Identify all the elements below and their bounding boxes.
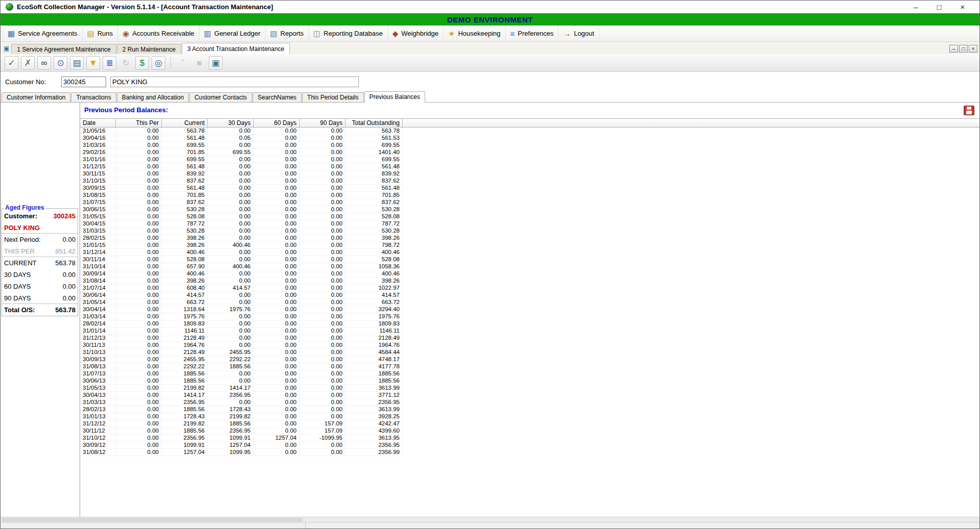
table-row[interactable]: 31/01/16 0.00 699.55 0.00 0.00 0.00 699.… — [80, 156, 979, 163]
table-row[interactable]: 31/08/13 0.00 2292.22 1885.56 0.00 0.00 … — [80, 363, 979, 370]
table-row[interactable]: 31/07/14 0.00 608.40 414.57 0.00 0.00 10… — [80, 285, 979, 292]
mdi-tab-service-agreement-maintenance[interactable]: 1 Service Agreement Maintenance — [11, 44, 116, 54]
tab-transactions[interactable]: Transactions — [71, 92, 116, 102]
table-row[interactable]: 29/02/16 0.00 701.85 699.55 0.00 0.00 14… — [80, 149, 979, 156]
table-row[interactable]: 30/06/13 0.00 1885.56 0.00 0.00 0.00 188… — [80, 377, 979, 385]
mdi-restore-button[interactable]: □ — [959, 45, 968, 53]
column-header[interactable]: Date — [80, 119, 116, 127]
print-button[interactable]: ▣ — [209, 56, 223, 70]
table-row[interactable]: 31/12/14 0.00 400.46 0.00 0.00 0.00 400.… — [80, 249, 979, 256]
table-row[interactable]: 31/03/13 0.00 2356.95 0.00 0.00 0.00 235… — [80, 399, 979, 406]
table-row[interactable]: 28/02/15 0.00 398.26 0.00 0.00 0.00 398.… — [80, 235, 979, 242]
table-row[interactable]: 31/03/16 0.00 699.55 0.00 0.00 0.00 699.… — [80, 142, 979, 149]
column-header[interactable]: 30 Days — [208, 119, 254, 127]
column-header[interactable]: This Per — [116, 119, 162, 127]
table-row[interactable]: 31/12/12 0.00 2199.82 1885.56 0.00 157.0… — [80, 420, 979, 427]
table-row[interactable]: 30/11/14 0.00 528.08 0.00 0.00 0.00 528.… — [80, 256, 979, 263]
mdi-close-button[interactable]: × — [969, 45, 977, 53]
general-ledger-button[interactable]: ▥ General Ledger — [200, 26, 266, 41]
find-button[interactable]: ∞ — [37, 56, 51, 70]
customer-label: Customer: — [4, 212, 37, 220]
weighbridge-button[interactable]: ◆ Weighbridge — [388, 26, 444, 41]
inspect-button[interactable]: ◎ — [152, 56, 165, 70]
mdi-tab-account-transaction-maintenance[interactable]: 3 Account Transaction Maintenance — [182, 43, 290, 54]
table-row[interactable]: 31/01/15 0.00 398.26 400.46 0.00 0.00 79… — [80, 242, 979, 249]
mdi-tab-run-maintenance[interactable]: 2 Run Maintenance — [117, 44, 181, 54]
table-row[interactable]: 30/09/12 0.00 1099.91 1257.04 0.00 0.00 … — [80, 442, 979, 449]
table-row[interactable]: 31/10/13 0.00 2128.49 2455.95 0.00 0.00 … — [80, 349, 979, 356]
table-row[interactable]: 31/05/16 0.00 563.78 0.00 0.00 0.00 563.… — [80, 128, 979, 135]
table-row[interactable]: 30/04/15 0.00 787.72 0.00 0.00 0.00 787.… — [80, 220, 979, 228]
table-row[interactable]: 30/04/16 0.00 561.48 0.05 0.00 0.00 561.… — [80, 135, 979, 142]
reports-button[interactable]: ▧ Reports — [265, 26, 309, 41]
housekeeping-button[interactable]: ★ Housekeeping — [444, 26, 506, 41]
horizontal-scrollbar-thumb[interactable] — [2, 518, 303, 522]
table-row[interactable]: 30/11/15 0.00 839.92 0.00 0.00 0.00 839.… — [80, 170, 979, 178]
table-row[interactable]: 30/04/14 0.00 1318.64 1975.76 0.00 0.00 … — [80, 306, 979, 313]
preferences-button[interactable]: ≡ Preferences — [506, 26, 559, 41]
column-header[interactable]: 90 Days — [300, 119, 346, 127]
currency-button[interactable]: $ — [135, 56, 149, 70]
column-header[interactable]: Current — [162, 119, 208, 127]
table-row[interactable]: 31/10/14 0.00 657.90 400.46 0.00 0.00 10… — [80, 263, 979, 270]
table-row[interactable]: 30/06/15 0.00 530.28 0.00 0.00 0.00 530.… — [80, 206, 979, 213]
tab-searchnames[interactable]: SearchNames — [253, 92, 302, 102]
cell-60-days: 0.00 — [254, 349, 300, 356]
table-row[interactable]: 31/05/13 0.00 2199.82 1414.17 0.00 0.00 … — [80, 385, 979, 392]
table-row[interactable]: 30/11/12 0.00 1885.56 2356.95 0.00 157.0… — [80, 427, 979, 435]
runs-button[interactable]: ▤ Runs — [83, 26, 118, 41]
table-row[interactable]: 31/03/14 0.00 1975.76 0.00 0.00 0.00 197… — [80, 313, 979, 320]
stop-button[interactable]: ■ — [192, 56, 206, 70]
preview-button[interactable]: ▤ — [70, 56, 84, 70]
accounts-receivable-button[interactable]: ◉ Accounts Receivable — [118, 26, 200, 41]
table-row[interactable]: 31/07/15 0.00 837.62 0.00 0.00 0.00 837.… — [80, 199, 979, 206]
logout-button[interactable]: → Logout — [558, 26, 599, 41]
table-row[interactable]: 31/08/14 0.00 398.26 0.00 0.00 0.00 398.… — [80, 278, 979, 285]
table-row[interactable]: 31/05/14 0.00 663.72 0.00 0.00 0.00 663.… — [80, 299, 979, 306]
restore-button[interactable]: □ — [927, 3, 951, 11]
table-row[interactable]: 30/04/13 0.00 1414.17 2356.95 0.00 0.00 … — [80, 392, 979, 399]
table-row[interactable]: 31/12/13 0.00 2128.49 0.00 0.00 0.00 212… — [80, 335, 979, 342]
tab-previous-balances[interactable]: Previous Balances — [364, 91, 425, 103]
close-button[interactable]: × — [951, 3, 974, 11]
refresh-button[interactable]: ↻ — [119, 56, 133, 70]
table-row[interactable]: 31/08/15 0.00 701.85 0.00 0.00 0.00 701.… — [80, 192, 979, 199]
table-row[interactable]: 28/02/14 0.00 1809.83 0.00 0.00 0.00 180… — [80, 320, 979, 328]
mdi-minimize-button[interactable]: – — [949, 45, 958, 53]
comment-button[interactable]: ” — [176, 56, 190, 70]
table-row[interactable]: 31/12/15 0.00 561.48 0.00 0.00 0.00 561.… — [80, 163, 979, 170]
customer-name-input[interactable] — [110, 77, 359, 87]
tab-customer-contacts[interactable]: Customer Contacts — [189, 92, 252, 102]
table-row[interactable]: 31/01/13 0.00 1728.43 2199.82 0.00 0.00 … — [80, 413, 979, 420]
table-row[interactable]: 30/09/14 0.00 400.46 0.00 0.00 0.00 400.… — [80, 270, 979, 278]
table-row[interactable]: 31/10/15 0.00 837.62 0.00 0.00 0.00 837.… — [80, 178, 979, 185]
table-row[interactable]: 31/05/15 0.00 528.08 0.00 0.00 0.00 528.… — [80, 213, 979, 220]
column-header[interactable]: Total Outstanding — [346, 119, 403, 127]
search-button[interactable]: ⊙ — [54, 56, 67, 70]
table-row[interactable]: 31/03/15 0.00 530.28 0.00 0.00 0.00 530.… — [80, 228, 979, 235]
customer-no-input[interactable] — [61, 77, 106, 87]
table-row[interactable]: 31/10/12 0.00 2356.95 1099.91 1257.04 -1… — [80, 435, 979, 442]
column-header[interactable]: 60 Days — [254, 119, 300, 127]
horizontal-scrollbar[interactable] — [1, 517, 979, 522]
filter-button[interactable]: ▼ — [86, 56, 100, 70]
table-row[interactable]: 31/08/12 0.00 1257.04 1099.95 0.00 0.00 … — [80, 449, 979, 456]
tab-banking-and-allocation[interactable]: Banking and Allocation — [117, 92, 189, 102]
table-row[interactable]: 28/02/13 0.00 1885.56 1728.43 0.00 0.00 … — [80, 406, 979, 413]
cancel-button[interactable]: ✗ — [21, 56, 35, 70]
table-row[interactable]: 30/09/13 0.00 2455.95 2292.22 0.00 0.00 … — [80, 356, 979, 363]
tab-this-period-details[interactable]: This Period Details — [302, 92, 364, 102]
minimize-button[interactable]: – — [904, 3, 927, 11]
cell-current: 530.28 — [162, 228, 208, 235]
tab-customer-information[interactable]: Customer Information — [2, 92, 70, 102]
analysis-button[interactable]: ≣ — [103, 56, 116, 70]
service-agreements-button[interactable]: ▦ Service Agreements — [3, 26, 83, 41]
reporting-database-button[interactable]: ◫ Reporting Database — [309, 26, 388, 41]
save-icon[interactable] — [964, 106, 974, 115]
table-row[interactable]: 31/01/14 0.00 1146.11 0.00 0.00 0.00 114… — [80, 328, 979, 335]
table-row[interactable]: 31/07/13 0.00 1885.56 0.00 0.00 0.00 188… — [80, 370, 979, 377]
table-row[interactable]: 30/06/14 0.00 414.57 0.00 0.00 0.00 414.… — [80, 292, 979, 299]
table-row[interactable]: 30/09/15 0.00 561.48 0.00 0.00 0.00 561.… — [80, 185, 979, 192]
table-row[interactable]: 30/11/13 0.00 1964.76 0.00 0.00 0.00 196… — [80, 342, 979, 349]
confirm-button[interactable]: ✓ — [5, 56, 18, 70]
